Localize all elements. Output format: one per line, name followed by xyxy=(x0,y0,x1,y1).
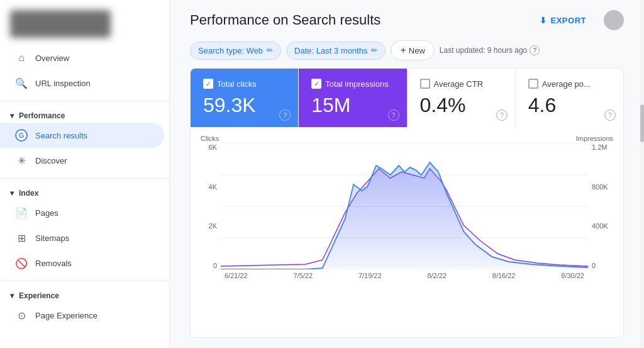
chevron-down-icon-exp: ▾ xyxy=(10,291,14,300)
chevron-down-icon-index: ▾ xyxy=(10,189,14,198)
section-experience[interactable]: ▾ Experience xyxy=(0,286,169,303)
y-800k: 800K xyxy=(592,183,608,191)
edit-search-type-icon: ✏ xyxy=(267,46,273,55)
sidebar: ⌂ Overview 🔍 URL inspection ▾ Performanc… xyxy=(0,0,170,348)
asterisk-icon: ✳ xyxy=(15,154,28,167)
ctr-value: 0.4% xyxy=(420,94,502,117)
performance-chart xyxy=(221,143,588,269)
metric-card-total-impressions[interactable]: ✓ Total impressions 15M ? xyxy=(299,69,407,127)
date-filter[interactable]: Date: Last 3 months ✏ xyxy=(286,42,386,60)
download-icon: ⬇ xyxy=(540,16,547,25)
divider-2 xyxy=(0,178,169,179)
new-button[interactable]: + New xyxy=(391,40,434,60)
chart-container: Clicks Impressions 6K 4K 2K 0 xyxy=(190,127,624,338)
page-title: Performance on Search results xyxy=(190,12,380,28)
avatar[interactable] xyxy=(604,10,624,30)
sidebar-item-discover[interactable]: ✳ Discover xyxy=(0,148,164,173)
x-label-1: 7/5/22 xyxy=(294,272,313,279)
export-label: EXPORT xyxy=(551,16,586,25)
y-400k: 400K xyxy=(592,222,608,230)
impressions-checkbox[interactable]: ✓ xyxy=(311,79,321,89)
home-icon: ⌂ xyxy=(15,52,28,64)
sidebar-page-experience-label: Page Experience xyxy=(35,311,97,320)
x-label-2: 7/19/22 xyxy=(358,272,382,279)
edit-date-icon: ✏ xyxy=(371,46,377,55)
filters-row: Search type: Web ✏ Date: Last 3 months ✏… xyxy=(170,38,644,68)
sidebar-item-overview[interactable]: ⌂ Overview xyxy=(0,45,164,70)
section-index[interactable]: ▾ Index xyxy=(0,184,169,200)
y-0: 0 xyxy=(213,262,217,269)
new-label: New xyxy=(409,46,425,55)
sidebar-item-search-results[interactable]: G Search results xyxy=(0,123,164,148)
impressions-help-icon[interactable]: ? xyxy=(388,109,399,121)
sidebar-sitemaps-label: Sitemaps xyxy=(35,233,69,243)
ctr-checkbox[interactable] xyxy=(420,79,430,89)
x-axis-labels: 6/21/22 7/5/22 7/19/22 8/2/22 8/16/22 8/… xyxy=(201,272,613,279)
export-button[interactable]: ⬇ EXPORT xyxy=(530,11,596,30)
search-type-filter[interactable]: Search type: Web ✏ xyxy=(190,42,281,60)
metric-ctr-header: Average CTR xyxy=(420,79,502,89)
y-4k: 4K xyxy=(209,183,217,191)
scrollbar-thumb[interactable] xyxy=(640,104,644,142)
main-content: Performance on Search results ⬇ EXPORT S… xyxy=(170,0,644,348)
y-2k: 2K xyxy=(209,222,217,230)
metric-position-header: Average po... xyxy=(528,79,611,89)
position-label: Average po... xyxy=(542,79,591,89)
metric-card-avg-position[interactable]: Average po... 4.6 ? xyxy=(516,69,623,127)
clicks-label: Total clicks xyxy=(217,79,257,89)
section-performance[interactable]: ▾ Performance xyxy=(0,106,169,123)
y-1-2m: 1.2M xyxy=(592,143,607,151)
last-updated-text: Last updated: 9 hours ago xyxy=(440,46,527,55)
sidebar-pages-label: Pages xyxy=(35,208,58,218)
x-label-0: 6/21/22 xyxy=(225,272,248,279)
divider-3 xyxy=(0,281,169,281)
metric-clicks-header: ✓ Total clicks xyxy=(203,79,286,89)
position-checkbox[interactable] xyxy=(528,79,538,89)
section-index-label: Index xyxy=(19,189,38,198)
y-axis-left-label: Clicks xyxy=(201,135,219,142)
circle-check-icon: ⊙ xyxy=(15,309,28,322)
sidebar-overview-label: Overview xyxy=(35,53,69,63)
eye-off-icon: 🚫 xyxy=(15,257,28,269)
divider-1 xyxy=(0,101,169,101)
x-label-5: 8/30/22 xyxy=(561,272,584,279)
sidebar-item-page-experience[interactable]: ⊙ Page Experience xyxy=(0,303,164,328)
google-g-icon: G xyxy=(15,129,28,142)
clicks-checkbox[interactable]: ✓ xyxy=(203,79,213,89)
position-value: 4.6 xyxy=(528,94,611,117)
section-performance-label: Performance xyxy=(19,111,65,120)
help-icon: ? xyxy=(530,45,540,55)
search-type-label: Search type: Web xyxy=(198,46,263,55)
metric-impressions-header: ✓ Total impressions xyxy=(311,79,394,89)
impressions-label: Total impressions xyxy=(325,79,388,89)
logo-image xyxy=(10,10,111,38)
ctr-label: Average CTR xyxy=(434,79,484,89)
metric-card-avg-ctr[interactable]: Average CTR 0.4% ? xyxy=(408,69,516,127)
clicks-help-icon[interactable]: ? xyxy=(279,109,291,121)
sidebar-search-results-label: Search results xyxy=(35,131,87,140)
metric-card-total-clicks[interactable]: ✓ Total clicks 59.3K ? xyxy=(191,69,299,127)
y-right-0: 0 xyxy=(592,262,596,269)
position-help-icon[interactable]: ? xyxy=(604,109,616,121)
sidebar-item-removals[interactable]: 🚫 Removals xyxy=(0,250,164,276)
sidebar-removals-label: Removals xyxy=(35,259,72,268)
ctr-help-icon[interactable]: ? xyxy=(496,109,508,121)
x-label-3: 8/2/22 xyxy=(427,272,447,279)
impressions-value: 15M xyxy=(311,94,394,117)
sidebar-item-pages[interactable]: 📄 Pages xyxy=(0,200,164,225)
sidebar-discover-label: Discover xyxy=(35,156,67,166)
section-experience-label: Experience xyxy=(19,291,59,300)
x-label-4: 8/16/22 xyxy=(492,272,516,279)
sidebar-item-url-inspection[interactable]: 🔍 URL inspection xyxy=(0,70,164,96)
last-updated: Last updated: 9 hours ago ? xyxy=(440,45,540,55)
header-right: ⬇ EXPORT xyxy=(530,10,624,30)
sidebar-url-inspection-label: URL inspection xyxy=(35,79,91,88)
main-header: Performance on Search results ⬇ EXPORT xyxy=(170,0,644,38)
scrollbar-track[interactable] xyxy=(640,0,644,348)
plus-icon: + xyxy=(400,45,406,56)
sidebar-item-sitemaps[interactable]: ⊞ Sitemaps xyxy=(0,225,164,250)
metrics-row: ✓ Total clicks 59.3K ? ✓ Total impressio… xyxy=(190,68,624,127)
y-axis-right-label: Impressions xyxy=(576,135,613,142)
y-6k: 6K xyxy=(209,143,217,151)
file-icon: 📄 xyxy=(15,206,28,219)
